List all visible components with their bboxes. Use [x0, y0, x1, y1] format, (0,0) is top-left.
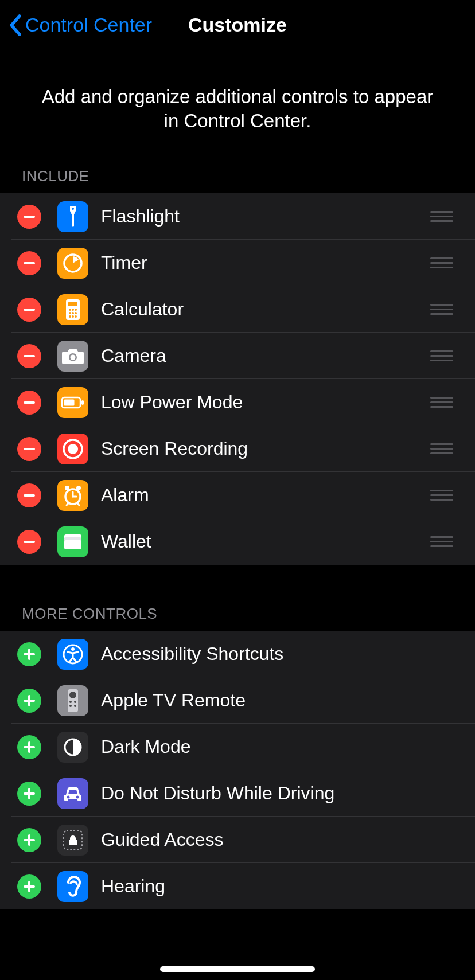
description-text: Add and organize additional controls to …: [0, 50, 475, 167]
add-button-dark-mode[interactable]: [17, 735, 41, 759]
svg-rect-21: [64, 399, 75, 405]
svg-point-41: [71, 647, 75, 651]
row-label: Hearing: [101, 876, 475, 897]
remove-button-low-power-mode[interactable]: [17, 391, 41, 415]
include-row-alarm: Alarm: [0, 472, 475, 518]
svg-rect-2: [24, 262, 35, 264]
minus-icon: [24, 216, 35, 218]
add-button-accessibility-shortcuts[interactable]: [17, 642, 41, 666]
svg-point-8: [72, 309, 74, 311]
svg-point-55: [67, 795, 70, 798]
svg-point-25: [68, 444, 78, 454]
svg-point-7: [69, 309, 71, 311]
page-title: Customize: [188, 14, 287, 36]
include-row-flashlight: Flashlight: [0, 193, 475, 240]
row-label: Apple TV Remote: [101, 690, 475, 711]
dark-mode-icon: [57, 732, 88, 763]
row-label: Wallet: [101, 531, 430, 552]
include-row-calculator: Calculator: [0, 286, 475, 333]
svg-rect-0: [24, 216, 35, 218]
add-button-hearing[interactable]: [17, 874, 41, 899]
dnd-while-driving-icon: [57, 778, 88, 809]
row-label: Alarm: [101, 485, 430, 506]
calculator-icon: [57, 294, 88, 325]
more-row-apple-tv-remote: Apple TV Remote: [0, 677, 475, 724]
row-label: Low Power Mode: [101, 392, 430, 413]
minus-icon: [24, 401, 35, 404]
svg-rect-43: [24, 700, 35, 702]
chevron-left-icon: [8, 14, 22, 37]
include-row-camera: Camera: [0, 333, 475, 379]
drag-handle[interactable]: [430, 304, 453, 315]
remove-button-timer[interactable]: [17, 251, 41, 275]
remove-button-calculator[interactable]: [17, 298, 41, 322]
svg-point-31: [76, 486, 81, 490]
row-label: Timer: [101, 252, 430, 274]
svg-rect-16: [24, 355, 35, 357]
plus-icon: [24, 741, 35, 753]
drag-handle[interactable]: [430, 397, 453, 408]
minus-icon: [24, 541, 35, 543]
row-label: Camera: [101, 345, 430, 366]
svg-point-13: [69, 315, 71, 318]
svg-point-46: [69, 701, 72, 703]
include-header: Include: [0, 167, 475, 193]
add-button-guided-access[interactable]: [17, 828, 41, 852]
row-label: Dark Mode: [101, 736, 475, 758]
minus-icon: [24, 355, 35, 357]
plus-icon: [24, 788, 35, 799]
row-label: Do Not Disturb While Driving: [101, 783, 475, 804]
back-button[interactable]: Control Center: [8, 14, 152, 37]
accessibility-shortcuts-icon: [57, 639, 88, 670]
drag-handle[interactable]: [430, 350, 453, 361]
svg-point-9: [75, 309, 77, 311]
svg-point-1: [72, 208, 74, 210]
row-label: Screen Recording: [101, 438, 430, 459]
svg-rect-23: [24, 448, 35, 450]
svg-rect-26: [24, 494, 35, 497]
remove-button-wallet[interactable]: [17, 530, 41, 554]
svg-point-49: [74, 705, 76, 707]
svg-point-47: [74, 701, 76, 703]
guided-access-icon: [57, 825, 88, 856]
camera-icon: [57, 341, 88, 372]
drag-handle[interactable]: [430, 257, 453, 268]
remove-button-screen-recording[interactable]: [17, 437, 41, 461]
minus-icon: [24, 262, 35, 264]
more-row-hearing: Hearing: [0, 863, 475, 909]
remove-button-alarm[interactable]: [17, 483, 41, 507]
svg-rect-19: [24, 401, 35, 404]
include-list: FlashlightTimerCalculatorCameraLow Power…: [0, 193, 475, 565]
svg-rect-6: [68, 302, 77, 306]
include-row-low-power-mode: Low Power Mode: [0, 379, 475, 425]
add-button-dnd-while-driving[interactable]: [17, 782, 41, 806]
row-label: Accessibility Shortcuts: [101, 643, 475, 665]
add-button-apple-tv-remote[interactable]: [17, 689, 41, 713]
more-header: More Controls: [0, 605, 475, 631]
row-label: Guided Access: [101, 829, 475, 850]
drag-handle[interactable]: [430, 536, 453, 547]
row-label: Calculator: [101, 299, 430, 320]
more-list: Accessibility ShortcutsApple TV RemoteDa…: [0, 631, 475, 909]
drag-handle[interactable]: [430, 443, 453, 454]
more-row-guided-access: Guided Access: [0, 817, 475, 863]
flashlight-icon: [57, 201, 88, 232]
more-row-accessibility-shortcuts: Accessibility Shortcuts: [0, 631, 475, 677]
svg-rect-34: [24, 541, 35, 543]
svg-rect-54: [24, 792, 35, 795]
remove-button-camera[interactable]: [17, 344, 41, 368]
svg-point-56: [76, 795, 79, 798]
drag-handle[interactable]: [430, 490, 453, 501]
plus-icon: [24, 649, 35, 660]
home-indicator[interactable]: [160, 966, 315, 972]
include-row-wallet: Wallet: [0, 518, 475, 565]
minus-icon: [24, 494, 35, 497]
svg-point-18: [71, 354, 76, 360]
svg-point-15: [75, 315, 77, 318]
remove-button-flashlight[interactable]: [17, 205, 41, 229]
svg-point-14: [72, 315, 74, 318]
drag-handle[interactable]: [430, 211, 453, 222]
timer-icon: [57, 248, 88, 279]
svg-line-32: [67, 503, 68, 505]
low-power-mode-icon: [57, 387, 88, 418]
